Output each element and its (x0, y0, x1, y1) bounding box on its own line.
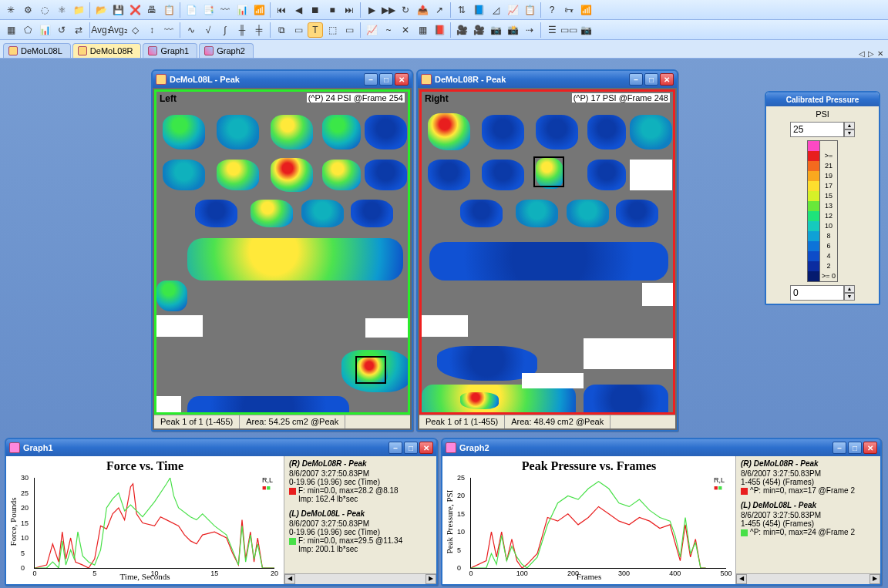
toolbar-button[interactable]: 📈 (505, 2, 520, 18)
maximize-button[interactable]: □ (404, 442, 418, 454)
toolbar-button[interactable]: T (308, 22, 323, 38)
lower-limit-input[interactable] (790, 285, 844, 301)
toolbar-button[interactable]: 📶 (251, 2, 267, 18)
toolbar-button[interactable]: 📸 (505, 22, 520, 38)
chart-force-vs-time[interactable]: Force vs. Time Force, Pounds R,L■■ 05101… (6, 456, 284, 584)
maximize-button[interactable]: □ (848, 442, 862, 454)
maximize-button[interactable]: □ (379, 73, 393, 86)
toolbar-button[interactable]: 📁 (71, 2, 86, 18)
scroll-left[interactable]: ◀ (736, 574, 747, 584)
close-button[interactable]: ✕ (419, 442, 433, 454)
toolbar-button[interactable]: ⏮ (274, 2, 289, 18)
toolbar-button[interactable]: ⇄ (71, 22, 86, 38)
titlebar[interactable]: Graph1 – □ ✕ (6, 439, 436, 456)
maximize-button[interactable]: □ (644, 73, 658, 86)
toolbar-button[interactable]: ? (544, 2, 560, 18)
toolbar-button[interactable]: ⚛ (54, 2, 69, 18)
minimize-button[interactable]: – (364, 73, 378, 86)
toolbar-button[interactable]: ❌ (127, 2, 143, 18)
toolbar-button[interactable]: ⇅ (454, 2, 469, 18)
toolbar-button[interactable]: ╫ (234, 22, 250, 38)
toolbar-button[interactable]: 📊 (234, 2, 250, 18)
toolbar-button[interactable]: ◇ (127, 22, 143, 38)
toolbar-button[interactable]: 🎥 (471, 22, 486, 38)
titlebar[interactable]: DeMoL08R - Peak – □ ✕ (418, 71, 677, 88)
spin-down[interactable]: ▼ (844, 293, 855, 301)
toolbar-button[interactable]: ▦ (415, 22, 430, 38)
toolbar-button[interactable]: 📊 (37, 22, 52, 38)
toolbar-button[interactable]: ↗ (432, 2, 447, 18)
toolbar-button[interactable]: 📷 (578, 22, 594, 38)
selection-box[interactable] (533, 156, 564, 187)
panel-title[interactable]: Calibrated Pressure (766, 92, 879, 106)
spin-up[interactable]: ▲ (844, 122, 855, 129)
toolbar-button[interactable]: ◌ (37, 2, 52, 18)
minimize-button[interactable]: – (388, 442, 402, 454)
toolbar-button[interactable]: ■ (325, 2, 340, 18)
toolbar-button[interactable]: 🗝 (561, 2, 577, 18)
toolbar-button[interactable]: ⬠ (20, 22, 35, 38)
tab-scroll-right[interactable]: ▷ (868, 49, 874, 58)
minimize-button[interactable]: – (832, 442, 846, 454)
close-button[interactable]: ✕ (863, 442, 877, 454)
toolbar-button[interactable]: ⚙ (20, 2, 35, 18)
toolbar-button[interactable]: ▭ (291, 22, 306, 38)
legend-scrollbar[interactable]: ◀ ▶ (736, 573, 880, 584)
toolbar-button[interactable]: 📋 (161, 2, 177, 18)
toolbar-button[interactable]: Avg₁ (93, 22, 109, 38)
toolbar-button[interactable]: ⏹ (308, 2, 323, 18)
toolbar-button[interactable]: 🎥 (454, 22, 469, 38)
toolbar-button[interactable]: 📤 (415, 2, 430, 18)
toolbar-button[interactable]: ▶ (364, 2, 379, 18)
tab-scroll-left[interactable]: ◁ (859, 49, 865, 58)
tab-close[interactable]: ✕ (877, 49, 883, 58)
toolbar-button[interactable]: 📶 (578, 2, 594, 18)
minimize-button[interactable]: – (629, 73, 643, 86)
toolbar-button[interactable]: 📈 (364, 22, 379, 38)
toolbar-button[interactable]: Avg₂ (110, 22, 126, 38)
toolbar-button[interactable]: ⏭ (341, 2, 357, 18)
toolbar-button[interactable]: ╪ (251, 22, 267, 38)
tab-graph2[interactable]: Graph2 (199, 43, 254, 58)
toolbar-button[interactable]: 📕 (432, 22, 447, 38)
toolbar-button[interactable]: ✕ (398, 22, 413, 38)
toolbar-button[interactable]: 📋 (522, 2, 537, 18)
close-button[interactable]: ✕ (395, 73, 409, 86)
toolbar-button[interactable]: √ (200, 22, 216, 38)
toolbar-button[interactable]: ∿ (183, 22, 199, 38)
close-button[interactable]: ✕ (660, 73, 674, 86)
toolbar-button[interactable]: ◀ (291, 2, 306, 18)
toolbar-button[interactable]: 📑 (200, 2, 216, 18)
scroll-right[interactable]: ▶ (870, 574, 880, 584)
toolbar-button[interactable]: ▭▭ (561, 22, 577, 38)
toolbar-button[interactable]: ↺ (54, 22, 69, 38)
toolbar-button[interactable]: 〰 (161, 22, 177, 38)
toolbar-button[interactable]: ▶▶ (381, 2, 396, 18)
tab-demol08l[interactable]: DeMoL08L (3, 43, 71, 58)
toolbar-button[interactable]: ☰ (544, 22, 560, 38)
toolbar-button[interactable]: ⇢ (522, 22, 537, 38)
toolbar-button[interactable]: 💾 (110, 2, 126, 18)
toolbar-button[interactable]: 📘 (471, 2, 486, 18)
toolbar-button[interactable]: ▦ (3, 22, 18, 38)
toolbar-button[interactable]: 🖶 (144, 2, 160, 18)
pressure-map-right[interactable]: Right (^P) 17 PSI @Frame 248 (419, 89, 675, 415)
scroll-right[interactable]: ▶ (426, 574, 436, 584)
toolbar-button[interactable]: ↕ (144, 22, 160, 38)
scroll-left[interactable]: ◀ (284, 574, 295, 584)
toolbar-button[interactable]: ↻ (398, 2, 413, 18)
toolbar-button[interactable]: 〰 (217, 2, 233, 18)
toolbar-button[interactable]: 📷 (488, 22, 503, 38)
toolbar-button[interactable]: 📄 (183, 2, 199, 18)
tab-demol08r[interactable]: DeMoL08R (72, 43, 142, 58)
toolbar-button[interactable]: ◿ (488, 2, 503, 18)
toolbar-button[interactable]: 📂 (93, 2, 109, 18)
spin-up[interactable]: ▲ (844, 285, 855, 293)
tab-graph1[interactable]: Graph1 (143, 43, 197, 58)
upper-limit-input[interactable] (790, 122, 844, 137)
titlebar[interactable]: Graph2 – □ ✕ (442, 439, 880, 456)
toolbar-button[interactable]: ⧉ (274, 22, 289, 38)
toolbar-button[interactable]: ∫ (217, 22, 233, 38)
pressure-map-left[interactable]: Left (^P) 24 PSI @Frame 254 (154, 89, 410, 415)
toolbar-button[interactable]: ✳ (3, 2, 18, 18)
